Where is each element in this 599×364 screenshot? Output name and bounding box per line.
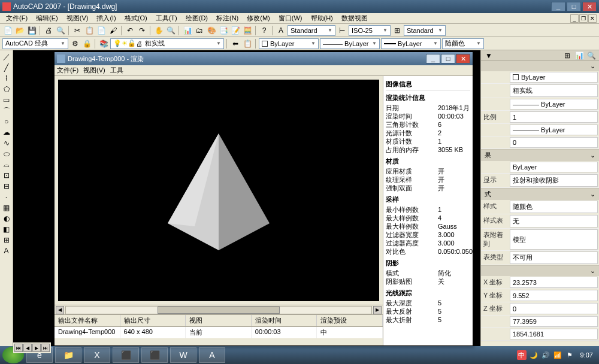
spline-icon[interactable]: ∿ [1,138,13,148]
menu-draw[interactable]: 绘图(D) [182,13,211,23]
pline-icon[interactable]: ⌇ [1,73,13,84]
line-icon[interactable]: ／ [1,51,13,62]
arc-icon[interactable]: ⌒ [1,105,13,116]
prop-section-header[interactable]: 果⌄ [481,150,599,161]
close-button[interactable]: ✕ [582,2,597,11]
prop-value[interactable]: ———— ByLayer [510,125,598,135]
match-icon[interactable]: 🖌 [108,25,119,36]
layer-manager-icon[interactable]: 📚 [98,38,109,49]
calc-icon[interactable]: 🧮 [242,25,253,36]
render-menu-file[interactable]: 文件(F) [57,66,78,75]
tab-last[interactable]: ⏭ [41,344,50,352]
prop-value[interactable]: 不可用 [510,251,598,264]
menu-dimension[interactable]: 标注(N) [213,13,242,23]
dim-style-combo[interactable]: ISO-25▼ [349,25,391,36]
render-menu-tools[interactable]: 工具 [110,66,123,75]
prop-value[interactable]: 随颜色 [510,201,598,213]
new-icon[interactable]: 📄 [2,25,13,36]
th-filename[interactable]: 输出文件名称 [55,315,120,326]
render-scrollbar[interactable]: ◀ ▶ [55,305,383,314]
prop-value[interactable]: 1854.1681 [510,329,598,339]
polygon-icon[interactable]: ⬠ [1,84,13,95]
render-maximize[interactable]: □ [441,54,455,63]
open-icon[interactable]: 📂 [14,25,25,36]
menu-format[interactable]: 格式(O) [121,13,151,23]
tray-network-icon[interactable]: 📶 [553,350,562,360]
task-excel[interactable]: X [84,347,110,363]
tablestyle-icon[interactable]: ⊞ [392,25,403,36]
prop-value[interactable]: 1 [510,111,598,123]
render-titlebar[interactable]: Drawing4-Temp000 - 渲染 _ □ ✕ [55,52,473,65]
panel-toggle-icon[interactable]: ⊞ [562,50,573,61]
workspace-save-icon[interactable]: 🔒 [81,38,92,49]
menu-window[interactable]: 窗口(W) [275,13,306,23]
sheet-set-icon[interactable]: 📑 [218,25,229,36]
preview-icon[interactable]: 🔍 [55,25,66,36]
tab-first[interactable]: ⏮ [14,344,23,352]
redo-icon[interactable]: ↷ [137,25,147,36]
scroll-left[interactable]: ◀ [56,306,64,314]
th-time[interactable]: 渲染时间 [252,315,317,326]
prop-value[interactable]: 0 [510,137,598,148]
tab-prev[interactable]: ◀ [23,344,32,352]
tool-palette-icon[interactable]: 🎨 [206,25,217,36]
markup-icon[interactable]: 📝 [230,25,241,36]
pan-icon[interactable]: ✋ [153,25,164,36]
linetype-combo[interactable]: ——— ByLayer▼ [320,38,380,49]
panel-pim-icon[interactable]: 📊 [574,50,585,61]
child-minimize[interactable]: _ [570,14,579,23]
task-autocad[interactable]: A [199,347,225,363]
save-icon[interactable]: 💾 [26,25,37,36]
scroll-thumb[interactable] [158,307,280,314]
lineweight-combo[interactable]: ByLayer▼ [381,38,441,49]
menu-insert[interactable]: 插入(I) [93,13,119,23]
cut-icon[interactable]: ✂ [72,25,83,36]
color-combo[interactable]: ByLayer▼ [259,38,319,49]
copy-icon[interactable]: 📋 [84,25,95,36]
ellipse-icon[interactable]: ⬭ [1,148,13,159]
clock[interactable]: 9:07 [577,351,597,359]
maximize-button[interactable]: □ [567,2,581,11]
scroll-track[interactable] [65,306,372,314]
tray-flag-icon[interactable]: ⚑ [565,350,574,360]
th-view[interactable]: 视图 [186,315,252,326]
child-restore[interactable]: ❐ [579,14,588,23]
layer-state-icon[interactable]: 📋 [242,38,253,49]
scroll-right[interactable]: ▶ [373,306,382,314]
prop-section-header[interactable]: ⌄ [481,61,599,71]
render-close[interactable]: ✕ [456,54,470,63]
table-icon[interactable]: ⊞ [1,235,13,245]
prop-value[interactable]: ByLayer [510,162,598,172]
props-icon[interactable]: 📊 [182,25,193,36]
print-icon[interactable]: 🖨 [43,25,54,36]
prop-section-header[interactable]: 式⌄ [481,189,599,200]
child-close[interactable]: ✕ [588,14,597,23]
design-center-icon[interactable]: 🗂 [194,25,205,36]
plotstyle-combo[interactable]: 随颜色▼ [442,38,484,49]
textstyle-icon[interactable]: A [276,25,286,36]
layer-prev-icon[interactable]: ⬅ [230,38,241,49]
mtext-icon[interactable]: A [1,245,13,256]
menu-file[interactable]: 文件(F) [2,13,31,23]
tab-next[interactable]: ▶ [32,344,41,352]
gradient-icon[interactable]: ◐ [1,213,13,224]
task-app2[interactable]: ⬛ [141,347,168,363]
ime-button[interactable]: 中 [517,350,527,360]
prop-section-header[interactable]: ⌄ [481,266,599,276]
tray-volume-icon[interactable]: 🔊 [541,350,550,360]
ellipse-arc-icon[interactable]: ⌓ [1,159,13,170]
menu-edit[interactable]: 编辑(E) [32,13,62,23]
render-minimize[interactable]: _ [426,54,440,63]
make-block-icon[interactable]: ⊟ [1,181,13,192]
workspace-combo[interactable]: AutoCAD 经典▼ [2,38,68,49]
minimize-button[interactable]: _ [551,2,565,11]
paste-icon[interactable]: 📄 [96,25,107,36]
menu-tools[interactable]: 工具(T) [152,13,181,23]
undo-icon[interactable]: ↶ [125,25,135,36]
text-style-combo[interactable]: Standard▼ [288,25,335,36]
prop-value[interactable]: 粗实线 [510,84,598,97]
dimstyle-icon[interactable]: ⊢ [337,25,347,36]
region-icon[interactable]: ◧ [1,224,13,235]
task-explorer[interactable]: 📁 [55,347,81,363]
table-style-combo[interactable]: Standard▼ [404,25,446,36]
